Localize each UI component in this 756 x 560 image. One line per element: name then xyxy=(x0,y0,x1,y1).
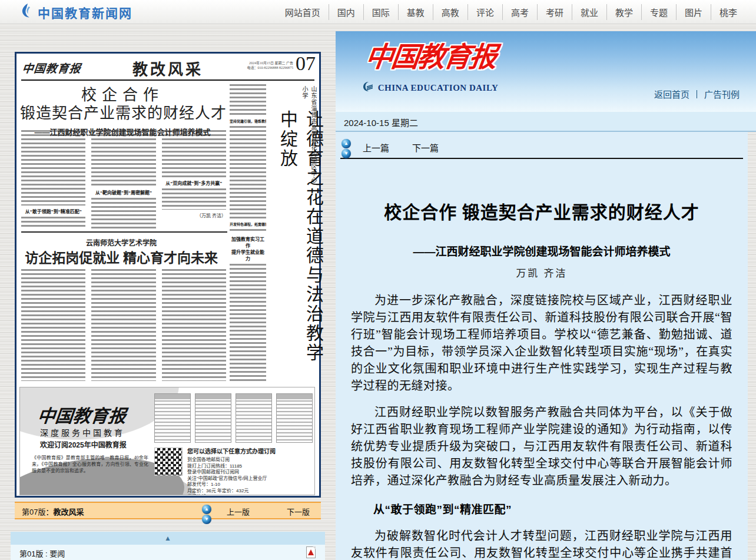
prev-page-link[interactable]: 上一版 xyxy=(227,506,250,517)
article-authors: 万凯 齐洁 xyxy=(336,265,748,280)
paper-page-number: 07 xyxy=(296,52,316,75)
next-page-icon[interactable]: ▼ xyxy=(202,515,211,524)
simulated-text-column xyxy=(230,84,266,116)
article-paragraph-1: 为进一步深化产教融合，深度链接院校与区域产业，江西财经职业学院与江西用友软件有限… xyxy=(351,292,732,395)
top-navigation-bar: 中国教育新闻网 网站首页 国内 国际 基教 高教 评论 高考 考研 就业 教学 … xyxy=(0,0,756,24)
logo-english-name: CHINA EDUCATION DAILY xyxy=(378,83,499,93)
nav-item-higher-edu[interactable]: 高教 xyxy=(433,4,467,20)
article-subtitle: ——江西财经职业学院创建现场智能会计师培养模式 xyxy=(336,243,748,259)
article1-subhead-1: 从“敢于领跑”到“精准匹配” xyxy=(21,208,85,214)
paper-article2-columns xyxy=(21,269,226,381)
next-page-link[interactable]: 下一版 xyxy=(287,506,310,517)
pdf-icon[interactable] xyxy=(306,546,316,558)
article1-subhead-3: 从“双向成就”到“多方共赢” xyxy=(162,180,226,186)
nav-item-employment[interactable]: 就业 xyxy=(572,4,606,20)
paper-article2-title: 访企拓岗促就业 精心育才向未来 xyxy=(16,247,226,267)
article-body: 为进一步深化产教融合，深度链接院校与区域产业，江西财经职业学院与江西用友软件有限… xyxy=(351,292,732,560)
article-title: 校企合作 锻造契合产业需求的财经人才 xyxy=(336,198,748,224)
masthead-rule xyxy=(21,79,314,81)
ad-subscription-title: 您可以选择以下任意方式办理订阅 xyxy=(187,446,312,455)
qr-code xyxy=(154,448,183,476)
simulated-text-column xyxy=(230,126,266,219)
site-logo-icon xyxy=(19,3,33,22)
subscription-ad: 中国教育报 深度服务中国教育 欢迎订阅2025年中国教育报 《中国教育报》是教育… xyxy=(19,387,315,495)
nav-item-kaoyan[interactable]: 考研 xyxy=(537,4,572,20)
site-logo[interactable]: 中国教育新闻网 xyxy=(19,3,132,22)
prev-page-icon[interactable]: ▲ xyxy=(202,505,211,514)
article2-column-1 xyxy=(21,269,85,381)
newspaper-page-image[interactable]: 中国教育报 教改风采 2024年10月15日 星期二 广告 电话：010-822… xyxy=(15,52,321,498)
ad-newspaper-thumbnails xyxy=(154,393,313,443)
simulated-text-column xyxy=(91,130,155,187)
ad-rates-link[interactable]: 广告刊例 xyxy=(704,88,740,100)
article2-column-3 xyxy=(162,269,226,381)
date-bar: 2024-10-15 星期二 xyxy=(336,112,756,132)
ad-subscription-info: 您可以选择以下任意方式办理订阅 到全国各地邮局订阅 拨打上门订阅热线：11185… xyxy=(187,446,312,495)
nav-item-home[interactable]: 网站首页 xyxy=(277,4,329,20)
nav-item-special[interactable]: 专题 xyxy=(641,4,676,20)
china-education-daily-logo[interactable]: 中国教育报 CHINA EDUCATION DAILY xyxy=(357,35,504,95)
article-header-rule xyxy=(340,158,743,159)
nav-item-taoli[interactable]: 桃李 xyxy=(711,4,745,20)
prev-article-link[interactable]: 上一篇 xyxy=(363,141,389,154)
top-nav-menu: 网站首页 国内 国际 基教 高教 评论 高考 考研 就业 教学 专题 图片 桃李 xyxy=(277,0,745,24)
newspaper-thumbnail xyxy=(236,393,272,443)
article2-subhead: 加强教育实习工作 提升学生就业能力 xyxy=(230,236,266,262)
header-links: 返回首页 广告刊例 xyxy=(654,88,740,100)
nav-item-domestic[interactable]: 国内 xyxy=(329,4,363,20)
vertical-headline-title: 让德育之花在道德与法治教学中绽放 xyxy=(274,110,326,376)
next-article-link[interactable]: 下一篇 xyxy=(412,141,439,154)
simulated-text-column xyxy=(162,188,226,210)
simulated-text-column xyxy=(230,264,266,381)
nav-item-international[interactable]: 国际 xyxy=(363,4,398,20)
article-panel: ▲ ▼ 上一篇 下一篇 校企合作 锻造契合产业需求的财经人才 ——江西财经职业学… xyxy=(336,132,748,560)
paper-section-title: 教改风采 xyxy=(132,57,203,79)
newspaper-thumbnail xyxy=(154,393,191,443)
article1-column-2: 从“靶向破题”到“周密解题” xyxy=(91,130,155,229)
collapse-triangle-icon[interactable]: ▲ xyxy=(164,534,171,542)
logo-chinese-calligraphy: 中国教育报 xyxy=(354,35,506,79)
side-article-subhead-1: 坚持党建引领，锤炼教师队伍 xyxy=(230,118,266,124)
article-section-heading: 从“敢于领跑”到“精准匹配” xyxy=(351,501,732,518)
nav-item-gaokao[interactable]: 高考 xyxy=(502,4,537,20)
page-list-collapse-bar[interactable]: ▲ xyxy=(11,532,325,545)
back-to-home-link[interactable]: 返回首页 xyxy=(654,88,689,100)
article-paragraph-2: 江西财经职业学院以数智服务产教融合共同体为平台，以《关于做好江西省职业教育现场工… xyxy=(351,404,732,489)
article2-column-4: 加强教育实习工作 提升学生就业能力 xyxy=(230,236,266,381)
nav-item-basic-edu[interactable]: 基教 xyxy=(398,4,433,20)
paper-date-meta: 2024年10月15日 星期二 广告 电话：010-82296888 82296… xyxy=(247,61,294,70)
nav-item-teaching[interactable]: 教学 xyxy=(606,4,641,20)
simulated-text-column xyxy=(230,229,266,231)
ad-brand-title: 中国教育报 xyxy=(37,402,128,428)
page-pager-bar: 第07版：教改风采 ▲ ▼ 上一版 下一版 xyxy=(15,502,321,519)
nav-item-pictures[interactable]: 图片 xyxy=(676,4,711,20)
nav-item-comment[interactable]: 评论 xyxy=(467,4,502,20)
side-article-subhead-2: 开发特色课程，拓宽德育渠道 xyxy=(230,221,266,227)
page-list-item-01[interactable]: 第01版 : 要闻 xyxy=(11,545,325,560)
paper-article1-columns: 从“敢于领跑”到“精准匹配” 从“靶向破题”到“周密解题” 从“双向成就”到“多… xyxy=(21,130,226,229)
ad-invite-line: 欢迎订阅2025年中国教育报 xyxy=(40,439,127,449)
prev-article-icon[interactable]: ▲ xyxy=(341,139,351,148)
edition-date: 2024-10-15 星期二 xyxy=(344,118,418,128)
simulated-text-column xyxy=(21,130,85,206)
ad-slogan: 深度服务中国教育 xyxy=(40,426,125,438)
article2-column-2 xyxy=(91,269,155,381)
newspaper-thumbnail xyxy=(276,393,313,443)
article1-column-3: 从“双向成就”到“多方共赢” （万凯 齐洁） xyxy=(162,130,226,229)
article-separator-rule xyxy=(21,231,227,233)
newspaper-thumbnail xyxy=(195,393,231,443)
article1-column-1: 从“敢于领跑”到“精准匹配” xyxy=(21,130,85,229)
side-article-column: 坚持党建引领，锤炼教师队伍 开发特色课程，拓宽德育渠道 xyxy=(230,84,266,231)
article1-byline: （万凯 齐洁） xyxy=(162,212,226,218)
current-page-label: 第07版：教改风采 xyxy=(22,506,84,517)
page-list-item-label: 第01版 : 要闻 xyxy=(19,548,65,559)
logo-book-icon xyxy=(363,81,374,95)
paper-masthead-title: 中国教育报 xyxy=(22,59,82,75)
simulated-text-column xyxy=(21,217,85,229)
simulated-text-column xyxy=(91,269,155,381)
link-divider xyxy=(697,90,697,98)
edition-header: 中国教育报 CHINA EDUCATION DAILY 返回首页 广告刊例 xyxy=(336,31,756,112)
simulated-text-column xyxy=(162,130,226,177)
simulated-text-column xyxy=(21,269,85,381)
next-article-icon[interactable]: ▼ xyxy=(341,149,351,158)
